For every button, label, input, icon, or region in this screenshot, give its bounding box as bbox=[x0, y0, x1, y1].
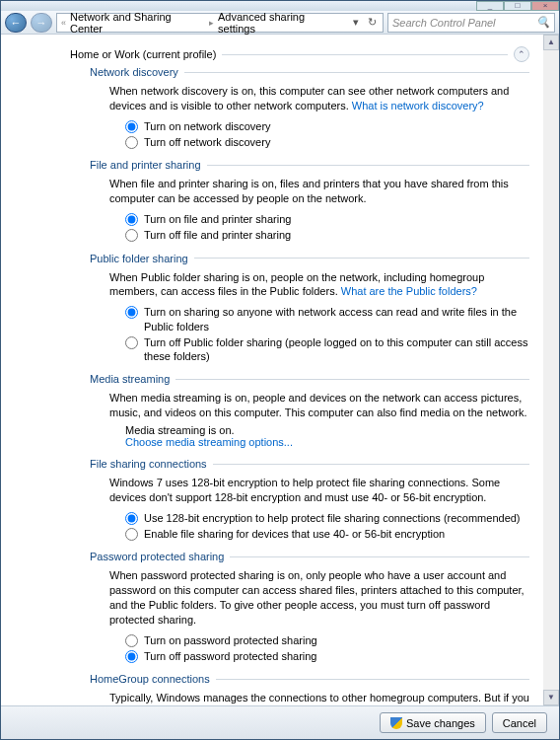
section-description: When network discovery is on, this compu… bbox=[109, 84, 529, 113]
section-description: When Public folder sharing is on, people… bbox=[109, 270, 529, 300]
link-what-are-public-folders[interactable]: What are the Public folders? bbox=[341, 285, 477, 297]
radio-file-printer-on[interactable]: Turn on file and printer sharing bbox=[125, 212, 529, 226]
radio-network-discovery-on[interactable]: Turn on network discovery bbox=[125, 119, 529, 133]
section-body-public-folder: When Public folder sharing is on, people… bbox=[109, 270, 529, 364]
section-title: File and printer sharing bbox=[90, 159, 201, 171]
link-what-is-network-discovery[interactable]: What is network discovery? bbox=[352, 100, 484, 111]
shield-icon bbox=[390, 717, 402, 729]
search-input[interactable]: Search Control Panel 🔍 bbox=[387, 13, 555, 33]
section-title: File sharing connections bbox=[90, 458, 207, 470]
link-choose-media-options[interactable]: Choose media streaming options... bbox=[125, 436, 293, 448]
section-body-network-discovery: When network discovery is on, this compu… bbox=[109, 84, 529, 149]
cancel-button[interactable]: Cancel bbox=[492, 712, 547, 733]
section-header-public-folder: Public folder sharing bbox=[90, 253, 529, 264]
section-body-file-connections: Windows 7 uses 128-bit encryption to hel… bbox=[109, 476, 529, 541]
section-body-file-printer: When file and printer sharing is on, fil… bbox=[109, 177, 529, 242]
divider bbox=[194, 258, 529, 259]
radio-password-on[interactable]: Turn on password protected sharing bbox=[125, 633, 529, 647]
profile-title: Home or Work (current profile) bbox=[70, 48, 216, 60]
section-description: When media streaming is on, people and d… bbox=[109, 391, 529, 420]
minimize-button[interactable]: _ bbox=[476, 1, 504, 11]
divider bbox=[230, 556, 529, 557]
titlebar: _ □ × bbox=[1, 1, 559, 11]
radio-encryption-40-56[interactable]: Enable file sharing for devices that use… bbox=[125, 527, 529, 541]
section-title: HomeGroup connections bbox=[90, 673, 210, 685]
control-panel-window: _ □ × ← → « Network and Sharing Center ▸… bbox=[0, 0, 560, 740]
nav-bar: ← → « Network and Sharing Center ▸ Advan… bbox=[1, 11, 559, 35]
chevron-right-icon: ▸ bbox=[209, 18, 214, 28]
scroll-down-icon[interactable]: ▼ bbox=[543, 690, 559, 705]
back-button[interactable]: ← bbox=[5, 13, 27, 33]
profile-header-home-work[interactable]: Home or Work (current profile) ⌃ bbox=[70, 46, 529, 62]
section-body-password: When password protected sharing is on, o… bbox=[109, 568, 529, 663]
section-title: Network discovery bbox=[90, 66, 178, 78]
section-description: When file and printer sharing is on, fil… bbox=[109, 177, 529, 206]
divider bbox=[207, 165, 529, 166]
media-status-text: Media streaming is on. bbox=[125, 424, 529, 436]
radio-file-printer-off[interactable]: Turn off file and printer sharing bbox=[125, 228, 529, 242]
section-header-media-streaming: Media streaming bbox=[90, 373, 529, 385]
divider bbox=[222, 54, 508, 55]
section-header-homegroup: HomeGroup connections bbox=[90, 673, 529, 685]
divider bbox=[213, 464, 529, 465]
breadcrumb-dropdown-icon[interactable]: ▾ bbox=[349, 16, 363, 29]
maximize-button[interactable]: □ bbox=[504, 1, 531, 11]
radio-public-folder-on[interactable]: Turn on sharing so anyone with network a… bbox=[125, 305, 529, 333]
footer: Save changes Cancel bbox=[1, 705, 559, 739]
section-body-homegroup: Typically, Windows manages the connectio… bbox=[109, 691, 529, 705]
section-title: Password protected sharing bbox=[90, 551, 224, 562]
section-description: Typically, Windows manages the connectio… bbox=[109, 691, 529, 705]
refresh-icon[interactable]: ↻ bbox=[365, 16, 379, 29]
radio-network-discovery-off[interactable]: Turn off network discovery bbox=[125, 135, 529, 149]
breadcrumb-item-network-center[interactable]: Network and Sharing Center bbox=[68, 11, 207, 35]
section-header-password: Password protected sharing bbox=[90, 551, 529, 562]
collapse-icon[interactable]: ⌃ bbox=[514, 46, 529, 62]
radio-encryption-128[interactable]: Use 128-bit encryption to help protect f… bbox=[125, 511, 529, 525]
forward-button[interactable]: → bbox=[31, 13, 52, 33]
section-body-media-streaming: When media streaming is on, people and d… bbox=[109, 391, 529, 448]
save-changes-button[interactable]: Save changes bbox=[380, 712, 486, 733]
section-header-file-connections: File sharing connections bbox=[90, 458, 529, 470]
search-placeholder: Search Control Panel bbox=[392, 17, 496, 29]
breadcrumb[interactable]: « Network and Sharing Center ▸ Advanced … bbox=[56, 13, 384, 33]
section-header-network-discovery: Network discovery bbox=[90, 66, 529, 78]
scrollbar[interactable]: ▲ ▼ bbox=[543, 35, 559, 705]
divider bbox=[175, 379, 529, 380]
section-title: Public folder sharing bbox=[90, 253, 188, 264]
section-description: When password protected sharing is on, o… bbox=[109, 568, 529, 627]
breadcrumb-item-advanced-sharing[interactable]: Advanced sharing settings bbox=[216, 11, 345, 35]
divider bbox=[184, 72, 529, 73]
close-button[interactable]: × bbox=[531, 1, 559, 11]
section-header-file-printer: File and printer sharing bbox=[90, 159, 529, 171]
search-icon: 🔍 bbox=[536, 16, 550, 29]
scroll-up-icon[interactable]: ▲ bbox=[543, 35, 559, 50]
section-title: Media streaming bbox=[90, 373, 170, 385]
radio-password-off[interactable]: Turn off password protected sharing bbox=[125, 649, 529, 663]
section-description: Windows 7 uses 128-bit encryption to hel… bbox=[109, 476, 529, 505]
content-area: Home or Work (current profile) ⌃ Network… bbox=[1, 35, 559, 705]
radio-public-folder-off[interactable]: Turn off Public folder sharing (people l… bbox=[125, 335, 529, 364]
history-chevron-icon[interactable]: « bbox=[61, 18, 66, 28]
divider bbox=[216, 679, 529, 680]
